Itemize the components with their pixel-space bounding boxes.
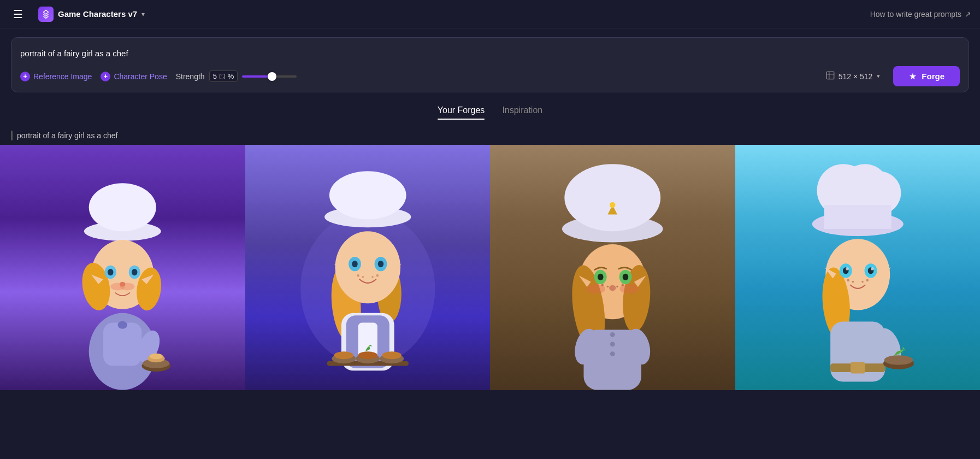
strength-slider[interactable] <box>242 75 297 78</box>
strength-value-display: 5 % <box>209 70 238 82</box>
external-link-icon: ↗ <box>965 10 971 19</box>
dice-icon <box>219 73 226 80</box>
prompt-toolbar: + Reference Image + Character Pose Stren… <box>20 66 960 86</box>
help-link-label: How to write great prompts <box>870 10 961 19</box>
model-icon <box>38 7 54 22</box>
chevron-down-icon: ▾ <box>141 10 145 18</box>
character-pose-plus-icon: + <box>101 72 110 81</box>
prompt-container: + Reference Image + Character Pose Stren… <box>11 37 969 92</box>
prompt-input[interactable] <box>20 45 960 61</box>
image-card[interactable] <box>735 145 981 390</box>
svg-rect-0 <box>220 74 225 79</box>
tab-inspiration[interactable]: Inspiration <box>502 105 542 120</box>
strength-unit: % <box>228 72 234 80</box>
model-selector[interactable]: Game Characters v7 ▾ <box>34 4 149 24</box>
image-grid <box>0 145 980 390</box>
reference-image-button[interactable]: + Reference Image <box>20 70 92 83</box>
help-link[interactable]: How to write great prompts ↗ <box>870 10 971 19</box>
top-nav: ☰ Game Characters v7 ▾ How to write grea… <box>0 0 980 28</box>
image-card[interactable] <box>0 145 245 390</box>
strength-slider-container[interactable] <box>242 75 297 78</box>
prompt-label: portrait of a fairy girl as a chef <box>0 124 980 145</box>
character-pose-button[interactable]: + Character Pose <box>101 70 167 83</box>
character-pose-label: Character Pose <box>114 72 167 81</box>
size-selector[interactable]: 512 × 512 ▾ <box>821 68 885 85</box>
strength-label: Strength <box>176 72 205 81</box>
size-label: 512 × 512 <box>839 72 873 81</box>
image-card[interactable] <box>245 145 491 390</box>
forge-button-label: Forge <box>922 72 944 81</box>
reference-image-label: Reference Image <box>33 72 92 81</box>
forge-icon <box>908 72 917 81</box>
reference-image-plus-icon: + <box>20 72 30 81</box>
image-card[interactable] <box>490 145 735 390</box>
hamburger-icon: ☰ <box>13 8 23 20</box>
strength-number: 5 <box>213 72 217 80</box>
tabs-section: Your Forges Inspiration <box>0 105 980 120</box>
svg-point-1 <box>221 75 222 76</box>
image-size-icon <box>825 70 835 83</box>
prompt-display-text: portrait of a fairy girl as a chef <box>17 131 117 140</box>
size-chevron-icon: ▾ <box>877 73 880 80</box>
model-name-label: Game Characters v7 <box>58 9 137 19</box>
svg-point-2 <box>223 77 224 78</box>
forge-button[interactable]: Forge <box>893 66 960 86</box>
strength-group: Strength 5 % <box>176 70 297 82</box>
svg-rect-3 <box>826 72 834 79</box>
prompt-label-bar <box>11 131 13 140</box>
tab-your-forges[interactable]: Your Forges <box>438 105 485 120</box>
menu-button[interactable]: ☰ <box>9 5 27 23</box>
